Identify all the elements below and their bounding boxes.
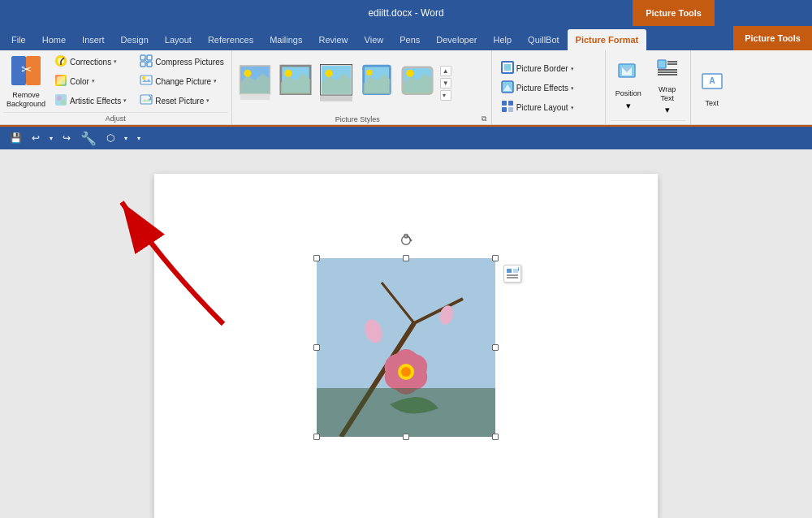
alt-text-button[interactable]: A Text <box>696 67 728 110</box>
picture-effects-icon <box>501 80 514 96</box>
redo-button[interactable]: ↪ <box>59 131 74 145</box>
svg-rect-8 <box>57 76 65 84</box>
document-area <box>0 149 812 518</box>
svg-rect-24 <box>240 94 270 100</box>
tab-review[interactable]: Review <box>311 29 356 50</box>
svg-rect-13 <box>147 55 152 60</box>
picture-layout-label: Picture Layout <box>516 103 568 112</box>
picture-styles-expand-button[interactable]: ⧉ <box>480 114 488 124</box>
artistic-effects-icon <box>54 93 67 109</box>
text-group-body: A Text <box>696 52 728 124</box>
scroll-expand-button[interactable]: ▾ <box>440 90 451 101</box>
picture-tools-tab-label: Picture Tools <box>733 26 812 50</box>
remove-background-button[interactable]: ✂ RemoveBackground <box>3 53 49 110</box>
wrap-text-button[interactable]: WrapText ▾ <box>650 54 685 118</box>
tab-design[interactable]: Design <box>113 29 157 50</box>
tab-help[interactable]: Help <box>485 29 520 50</box>
picture-style-2[interactable] <box>276 60 315 106</box>
color-button[interactable]: Color ▾ <box>50 72 131 91</box>
corrections-button[interactable]: Corrections ▾ <box>50 53 131 71</box>
document-title: ediitt.docx - Word <box>368 7 443 19</box>
flower-image[interactable] <box>317 258 495 437</box>
shapes-dropdown[interactable]: ▾ <box>121 133 131 144</box>
reset-picture-label: Reset Picture <box>155 97 204 106</box>
handle-middle-left[interactable] <box>313 344 320 351</box>
picture-effects-arrow: ▾ <box>571 85 574 92</box>
tab-view[interactable]: View <box>356 29 392 50</box>
svg-point-34 <box>366 70 372 76</box>
svg-rect-73 <box>317 388 495 437</box>
artistic-effects-arrow: ▾ <box>123 97 127 104</box>
picture-effects-button[interactable]: Picture Effects ▾ <box>497 79 600 97</box>
tab-layout[interactable]: Layout <box>157 29 200 50</box>
wrap-text-arrow: ▾ <box>665 105 670 115</box>
tab-pens[interactable]: Pens <box>391 29 428 50</box>
adjust-group-body: ✂ RemoveBackground <box>3 52 228 110</box>
alt-text-label: Text <box>705 99 719 108</box>
tab-mailings[interactable]: Mailings <box>261 29 310 50</box>
compress-label: Compress Pictures <box>155 58 223 67</box>
svg-point-11 <box>61 100 66 105</box>
handle-top-middle[interactable] <box>403 255 409 261</box>
wrap-text-label: WrapText <box>659 85 676 103</box>
handle-top-left[interactable] <box>313 255 320 261</box>
artistic-effects-button[interactable]: Artistic Effects ▾ <box>50 92 131 110</box>
position-arrow: ▾ <box>626 101 631 111</box>
undo-dropdown[interactable]: ▾ <box>46 133 56 144</box>
tab-home[interactable]: Home <box>34 29 74 50</box>
tab-file[interactable]: File <box>3 29 34 50</box>
picture-styles-group: ▲ ▼ ▾ Picture Styles ⧉ <box>232 50 492 124</box>
handle-top-right[interactable] <box>492 255 499 261</box>
picture-layout-button[interactable]: Picture Layout ▾ <box>497 98 600 117</box>
picture-style-1[interactable] <box>235 60 274 106</box>
save-button[interactable]: 💾 <box>6 131 25 145</box>
picture-styles-body: ▲ ▼ ▾ <box>235 52 488 114</box>
svg-rect-45 <box>508 107 513 112</box>
picture-effects-label: Picture Effects <box>516 84 568 93</box>
scroll-down-button[interactable]: ▼ <box>440 78 451 88</box>
tab-picture-format[interactable]: Picture Format <box>568 29 647 50</box>
picture-layout-icon <box>501 100 514 115</box>
picture-styles-thumbs <box>235 60 437 106</box>
reset-picture-icon <box>140 93 153 109</box>
handle-bottom-right[interactable] <box>492 434 499 440</box>
tab-insert[interactable]: Insert <box>74 29 113 50</box>
svg-point-30 <box>325 70 332 77</box>
svg-point-18 <box>142 76 145 80</box>
svg-point-23 <box>244 70 251 77</box>
handle-middle-right[interactable] <box>492 344 499 351</box>
change-picture-label: Change Picture <box>155 77 211 86</box>
change-picture-arrow: ▾ <box>214 78 217 84</box>
more-adjust-buttons: Compress Pictures Change Picture ▾ <box>136 53 227 110</box>
quick-access-toolbar: 💾 ↩ ▾ ↪ 🔧 ⬡ ▾ ▾ <box>0 127 812 149</box>
arrange-group: Position ▾ WrapText <box>606 50 691 124</box>
text-group: A Text <box>691 50 733 124</box>
tab-quillbot[interactable]: QuillBot <box>520 29 568 50</box>
ribbon-commands-row: ✂ RemoveBackground <box>0 50 812 125</box>
layout-options-button[interactable] <box>503 265 521 283</box>
rotate-handle[interactable] <box>400 234 412 247</box>
picture-border-button[interactable]: Picture Border ▾ <box>497 59 600 78</box>
shapes-button[interactable]: ⬡ <box>103 131 118 145</box>
change-picture-button[interactable]: Change Picture ▾ <box>136 72 227 91</box>
more-button[interactable]: ▾ <box>134 133 144 144</box>
compress-pictures-button[interactable]: Compress Pictures <box>136 53 227 71</box>
artistic-effects-label: Artistic Effects <box>70 97 121 106</box>
scroll-up-button[interactable]: ▲ <box>440 66 451 76</box>
handle-bottom-left[interactable] <box>313 434 320 440</box>
handle-bottom-middle[interactable] <box>403 434 409 440</box>
tab-references[interactable]: References <box>200 29 261 50</box>
undo-button[interactable]: ↩ <box>28 131 43 145</box>
tab-developer[interactable]: Developer <box>428 29 485 50</box>
picture-style-5[interactable] <box>398 60 437 106</box>
svg-rect-43 <box>508 101 513 106</box>
picture-style-4[interactable] <box>357 60 396 106</box>
svg-point-27 <box>284 70 292 77</box>
color-icon <box>54 74 67 89</box>
selected-image-container <box>317 258 495 437</box>
position-button[interactable]: Position ▾ <box>611 58 646 113</box>
position-icon <box>617 61 640 87</box>
picture-style-3[interactable] <box>317 60 356 106</box>
customize-quick-access[interactable]: 🔧 <box>77 129 100 148</box>
reset-picture-button[interactable]: Reset Picture ▾ <box>136 92 227 110</box>
